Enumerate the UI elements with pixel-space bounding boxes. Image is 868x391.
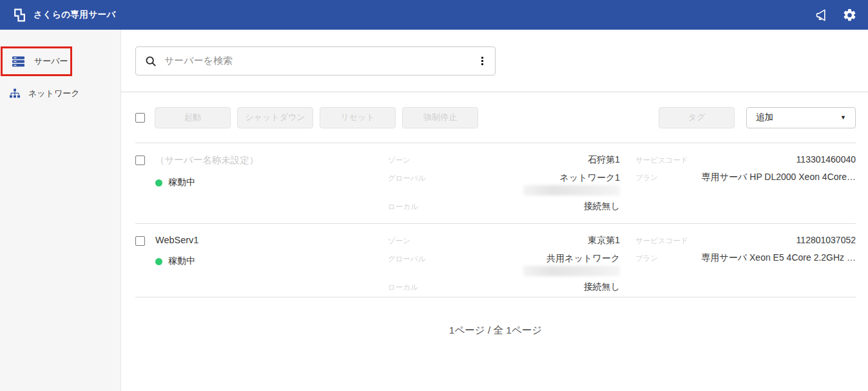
redacted-ip-address <box>523 266 620 276</box>
sidebar-item-label: サーバー <box>34 55 68 67</box>
server-row[interactable]: WebServ1 稼動中 ゾーン 東京第1 グローバル 共用ネットワーク ローカ… <box>135 224 856 297</box>
highlight-annotation-box: サーバー <box>1 46 72 76</box>
zone-label: ゾーン <box>388 236 410 246</box>
local-network-value: 接続無し <box>584 201 620 212</box>
sidebar: サーバー ネットワーク <box>0 30 121 391</box>
service-code-value: 112801037052 <box>796 235 856 245</box>
search-input[interactable]: サーバーを検索 <box>135 46 496 75</box>
search-icon <box>145 55 157 67</box>
toolbar: 起動 シャットダウン リセット 強制停止 タグ 追加 ▼ <box>135 92 856 143</box>
status-running-dot <box>155 258 162 265</box>
service-code-label: サービスコード <box>635 155 688 165</box>
plan-value: 専用サーバ Xeon E5 4Core 2.2GHz … <box>701 252 856 264</box>
select-all-checkbox[interactable] <box>135 113 145 123</box>
global-network-value: ネットワーク1 <box>560 172 620 184</box>
zone-value: 石狩第1 <box>588 154 620 166</box>
sidebar-item-label: ネットワーク <box>28 88 80 99</box>
local-network-value: 接続無し <box>584 281 620 293</box>
server-stack-icon <box>12 56 24 67</box>
status-running-dot <box>155 179 162 186</box>
app-title: さくらの専用サーバ <box>34 9 116 21</box>
main-content: サーバーを検索 起動 シャットダウン リセット 強制停止 タグ 追加 ▼ （サー… <box>121 30 868 391</box>
service-code-label: サービスコード <box>635 236 688 246</box>
local-network-label: ローカル <box>388 283 418 292</box>
row-checkbox[interactable] <box>135 155 145 165</box>
server-row[interactable]: （サーバー名称未設定） 稼動中 ゾーン 石狩第1 グローバル ネットワーク1 ロ… <box>135 143 856 224</box>
power-on-button[interactable]: 起動 <box>155 107 231 128</box>
zone-value: 東京第1 <box>588 235 620 246</box>
search-placeholder: サーバーを検索 <box>164 55 479 67</box>
tag-button[interactable]: タグ <box>659 107 735 128</box>
sidebar-item-network[interactable]: ネットワーク <box>0 80 121 107</box>
server-name[interactable]: WebServ1 <box>155 235 388 245</box>
zone-label: ゾーン <box>388 155 410 165</box>
global-network-label: グローバル <box>388 254 426 264</box>
plan-value: 専用サーバ HP DL2000 Xeon 4Core… <box>702 172 856 183</box>
local-network-label: ローカル <box>388 202 418 212</box>
search-options-kebab-icon[interactable] <box>479 54 486 68</box>
redacted-ip-address <box>523 185 620 196</box>
sakura-logo-icon <box>11 7 27 23</box>
plan-label: プラン <box>635 173 658 183</box>
chevron-down-icon: ▼ <box>840 114 846 121</box>
pagination-status: 1ページ / 全 1ページ <box>135 297 856 337</box>
sidebar-item-servers[interactable]: サーバー <box>3 48 70 74</box>
global-network-label: グローバル <box>388 174 426 183</box>
settings-gear-icon[interactable] <box>842 8 857 23</box>
network-tree-icon <box>9 88 21 99</box>
status-label: 稼動中 <box>168 177 195 188</box>
global-network-value: 共用ネットワーク <box>546 253 620 265</box>
shutdown-button[interactable]: シャットダウン <box>237 107 313 128</box>
add-server-label: 追加 <box>756 112 773 123</box>
row-checkbox[interactable] <box>135 236 145 246</box>
plan-label: プラン <box>635 254 658 263</box>
force-stop-button[interactable]: 強制停止 <box>402 107 478 128</box>
add-server-dropdown[interactable]: 追加 ▼ <box>746 107 856 128</box>
status-label: 稼動中 <box>168 256 195 267</box>
topbar: さくらの専用サーバ <box>0 0 868 30</box>
service-code-value: 113301460040 <box>796 154 856 165</box>
reset-button[interactable]: リセット <box>320 107 396 128</box>
announcements-icon[interactable] <box>815 8 829 23</box>
server-name[interactable]: （サーバー名称未設定） <box>155 154 388 166</box>
